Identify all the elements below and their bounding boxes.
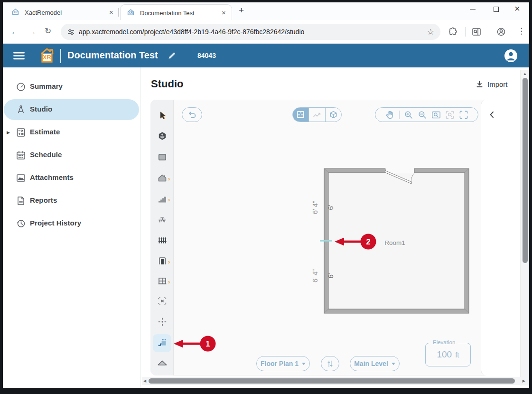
account-icon[interactable]: [504, 49, 518, 65]
elevation-unit: ft: [455, 351, 459, 359]
room-tool[interactable]: [153, 148, 171, 166]
house-tool-expand-icon[interactable]: ›: [168, 175, 170, 182]
project-title: Documentation Test: [67, 50, 158, 61]
steps-tool-selected[interactable]: [153, 334, 171, 352]
pan-hand-icon[interactable]: [385, 110, 395, 120]
reports-document-icon: [16, 196, 26, 206]
zoom-out-icon[interactable]: [418, 110, 427, 120]
sidebar-item-label: Attachments: [30, 173, 74, 181]
collapse-panel-chevron-icon[interactable]: [489, 111, 494, 120]
tab-close-icon[interactable]: ×: [109, 9, 113, 16]
import-label: Import: [487, 80, 508, 88]
floor-plan-selector[interactable]: Floor Plan 1: [256, 356, 310, 371]
right-panel-collapsed: [481, 100, 517, 375]
reference-point-tool[interactable]: [153, 313, 171, 331]
plan-settings-button[interactable]: [321, 356, 339, 371]
vertical-scrollbar[interactable]: ▲ ▼: [520, 70, 529, 385]
model-3d-tool[interactable]: [153, 127, 171, 145]
forward-icon[interactable]: →: [28, 27, 37, 36]
stairs-tool-expand-icon[interactable]: ›: [168, 196, 170, 203]
select-tool[interactable]: [153, 106, 171, 124]
zoom-to-selection-icon[interactable]: [445, 110, 455, 120]
chevron-down-icon: [392, 363, 395, 365]
app-header: XR Documentation Test 84043: [3, 44, 529, 67]
drawing-toolbar: › › › ›: [150, 100, 174, 375]
deck-tool[interactable]: [153, 210, 171, 228]
toolbar-divider: [465, 27, 466, 37]
sidebar-item-reports[interactable]: Reports: [3, 190, 140, 211]
import-download-icon: [476, 80, 484, 88]
dimension-label: 6' 4": [311, 269, 319, 282]
annotation-1: 1: [171, 334, 220, 354]
toolbar-divider: [399, 111, 400, 119]
sidebar-item-attachments[interactable]: Attachments: [3, 168, 140, 188]
profile-icon[interactable]: [496, 27, 506, 38]
hamburger-menu-icon[interactable]: [13, 52, 25, 62]
studio-compass-icon: [16, 104, 26, 115]
sidebar-item-summary[interactable]: Summary: [3, 76, 140, 97]
back-icon[interactable]: ←: [10, 27, 19, 36]
window-tool-expand-icon[interactable]: ›: [168, 278, 170, 285]
zoom-to-region-icon[interactable]: [431, 110, 441, 120]
vertical-scrollbar-thumb[interactable]: [523, 78, 528, 263]
zoom-pan-toolbar: [375, 107, 478, 122]
elevation-field[interactable]: Elevation 100 ft: [425, 343, 471, 366]
svg-text:XR: XR: [43, 54, 52, 61]
floor-plan-view-button[interactable]: [293, 108, 308, 122]
missing-wall-tool[interactable]: [153, 292, 171, 310]
extensions-icon[interactable]: [448, 27, 457, 38]
schedule-calendar-icon: [16, 150, 26, 160]
fit-to-screen-icon[interactable]: [459, 110, 468, 120]
url-bar[interactable]: app.xactremodel.com/project/e43d8ff4-2b1…: [61, 24, 440, 40]
elevation-value[interactable]: 100: [437, 349, 452, 360]
window-maximize-button[interactable]: [494, 7, 499, 12]
import-button[interactable]: Import: [476, 80, 508, 88]
sidebar-item-label: Estimate: [30, 128, 60, 136]
scroll-up-icon[interactable]: ▲: [523, 72, 527, 76]
browser-address-bar: ← → ↻ app.xactremodel.com/project/e43d8f…: [3, 20, 529, 44]
browser-tab-strip: XR XactRemodel × XR Documentation Test ×…: [3, 2, 529, 20]
horizontal-scrollbar[interactable]: ◀ ▶: [142, 377, 527, 385]
reload-icon[interactable]: ↻: [45, 27, 51, 35]
level-selector[interactable]: Main Level: [350, 356, 400, 371]
window-frame-right: [529, 0, 532, 394]
fence-tool[interactable]: [153, 231, 171, 249]
new-tab-button[interactable]: +: [239, 5, 244, 16]
undo-button[interactable]: [182, 107, 202, 122]
view-mode-toggle: [292, 107, 342, 122]
sidebar-item-studio[interactable]: Studio: [3, 99, 140, 120]
bookmark-star-icon[interactable]: ☆: [427, 28, 434, 36]
view-3d-button[interactable]: [325, 108, 341, 122]
tab-documentation-test[interactable]: XR Documentation Test ×: [120, 4, 232, 20]
horizontal-scrollbar-thumb[interactable]: [149, 378, 515, 384]
url-text[interactable]: app.xactremodel.com/project/e43d8ff4-2b1…: [79, 28, 427, 36]
edit-title-pencil-icon[interactable]: [168, 51, 176, 62]
zoom-in-icon[interactable]: [404, 110, 413, 120]
annotation-2-number: 2: [366, 238, 371, 246]
window-minimize-button[interactable]: [470, 9, 476, 9]
room-label[interactable]: Room1: [384, 239, 405, 246]
svg-text:XR: XR: [13, 10, 18, 14]
browser-menu-icon[interactable]: ⋮: [517, 26, 525, 36]
door-tool-expand-icon[interactable]: ›: [168, 258, 170, 265]
scroll-left-icon[interactable]: ◀: [143, 379, 146, 383]
xactremodel-logo[interactable]: XR: [38, 47, 56, 66]
sidebar-item-estimate[interactable]: ▶ Estimate: [3, 122, 140, 143]
page-title: Studio: [151, 78, 183, 90]
window-close-button[interactable]: ×: [514, 3, 520, 14]
site-settings-icon[interactable]: [67, 28, 75, 36]
sidebar-item-schedule[interactable]: Schedule: [3, 145, 140, 166]
side-panel-search-icon[interactable]: [472, 27, 481, 38]
roof-tool[interactable]: [153, 354, 171, 372]
tab-close-icon[interactable]: ×: [222, 9, 226, 16]
sidebar-item-label: Reports: [30, 196, 57, 204]
annotation-1-number: 1: [206, 340, 210, 348]
expand-caret-icon[interactable]: ▶: [7, 130, 10, 135]
history-clock-icon: [16, 218, 26, 229]
wall-break-marker[interactable]: [320, 240, 332, 242]
elevation-view-button[interactable]: [308, 108, 325, 122]
dimension-label: 6': [327, 273, 335, 278]
tab-xactremodel[interactable]: XR XactRemodel ×: [6, 5, 118, 20]
sidebar-item-project-history[interactable]: Project History: [3, 213, 140, 234]
scroll-right-icon[interactable]: ▶: [523, 379, 525, 383]
